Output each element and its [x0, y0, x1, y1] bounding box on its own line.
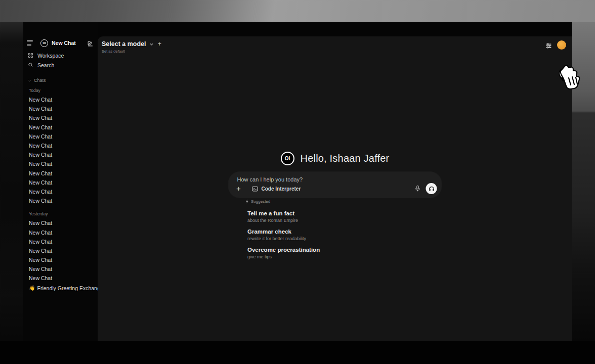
chat-list-item[interactable]: New Chat	[23, 187, 98, 196]
chat-list-item[interactable]: New Chat	[23, 150, 98, 159]
group-label-yesterday: Yesterday	[23, 205, 98, 218]
search-label: Search	[37, 62, 54, 68]
topbar: Select a model + Set as default	[98, 36, 572, 56]
chat-list-item[interactable]: New Chat	[23, 141, 98, 150]
group-label-today: Today	[23, 84, 98, 95]
model-selector-label: Select a model	[102, 40, 146, 48]
suggestion-list: Tell me a fun fact about the Roman Empir…	[245, 208, 412, 262]
suggestion-title: Tell me a fun fact	[247, 210, 412, 216]
chat-list-item[interactable]: New Chat	[23, 159, 98, 168]
chat-input-placeholder: How can I help you today?	[237, 176, 303, 183]
model-selector[interactable]: Select a model	[102, 40, 154, 48]
set-default-link[interactable]: Set as default	[102, 49, 125, 54]
workspace-grid-icon	[28, 53, 33, 58]
app-logo: OI	[281, 152, 294, 165]
named-chat-label: Friendly Greeting Exchange	[37, 285, 103, 291]
sidebar-header: OI New Chat	[23, 38, 98, 48]
add-model-button[interactable]: +	[158, 40, 162, 47]
sidebar-item-search[interactable]: Search	[23, 60, 98, 70]
greeting-text: Hello, Ishaan Jaffer	[301, 153, 390, 164]
suggestion-item[interactable]: Grammar check rewrite it for better read…	[245, 226, 412, 244]
chat-list-item[interactable]: New Chat	[23, 218, 98, 228]
chat-list-item[interactable]: New Chat	[23, 246, 98, 255]
backdrop-left	[0, 22, 23, 364]
sidebar-toggle-icon[interactable]	[27, 40, 34, 46]
greeting-row: OI Hello, Ishaan Jaffer	[98, 152, 572, 165]
suggestion-title: Grammar check	[247, 229, 412, 235]
sidebar-title: New Chat	[52, 40, 87, 46]
chat-list-item[interactable]: New Chat	[23, 178, 98, 187]
main-panel: Select a model + Set as default	[98, 22, 572, 341]
chat-list-item[interactable]: New Chat	[23, 123, 98, 132]
chat-list-item[interactable]: New Chat	[23, 196, 98, 205]
sidebar-item-workspace[interactable]: Workspace	[23, 51, 98, 60]
chat-input-actions: + Code Interpreter	[229, 183, 442, 194]
app-logo: OI	[40, 39, 48, 47]
new-chat-icon[interactable]	[87, 40, 94, 47]
workspace-label: Workspace	[37, 53, 64, 59]
chat-list-item[interactable]: New Chat	[23, 274, 98, 283]
chat-list-yesterday: New ChatNew ChatNew ChatNew ChatNew Chat…	[23, 218, 98, 283]
chat-input-box[interactable]: How can I help you today? + Code Interpr…	[229, 172, 442, 198]
suggestion-title: Overcome procrastination	[247, 247, 412, 253]
backdrop-top	[0, 0, 595, 22]
chat-list-item[interactable]: New Chat	[23, 228, 98, 237]
bolt-icon	[245, 199, 249, 204]
headphones-icon	[428, 186, 435, 192]
controls-sliders-icon[interactable]	[545, 42, 552, 49]
search-icon	[28, 62, 33, 68]
chat-list-item[interactable]: New Chat	[23, 264, 98, 274]
sidebar: OI New Chat Workspace Se	[23, 22, 98, 341]
chat-list-today: New ChatNew ChatNew ChatNew ChatNew Chat…	[23, 95, 98, 205]
screen: OI New Chat Workspace Se	[0, 0, 595, 364]
chat-list-item[interactable]: New Chat	[23, 169, 98, 178]
chat-list-item[interactable]: New Chat	[23, 113, 98, 122]
topbar-right	[545, 40, 566, 50]
microphone-icon[interactable]	[414, 185, 421, 193]
chat-list-item[interactable]: New Chat	[23, 132, 98, 141]
suggestion-subtitle: give me tips	[247, 254, 412, 259]
chats-section-header[interactable]: Chats	[23, 77, 98, 84]
chats-section-label: Chats	[34, 78, 46, 83]
chevron-down-icon	[28, 79, 31, 82]
chat-list-item[interactable]: New Chat	[23, 255, 98, 264]
code-interpreter-label: Code Interpreter	[262, 186, 301, 192]
attach-plus-button[interactable]: +	[235, 185, 243, 193]
suggestions-section: Suggested Tell me a fun fact about the R…	[245, 199, 412, 262]
suggestion-item[interactable]: Overcome procrastination give me tips	[245, 244, 412, 262]
terminal-icon	[252, 186, 259, 192]
backdrop-bottom	[0, 341, 595, 364]
wave-emoji-icon: 👋	[29, 285, 35, 291]
user-avatar[interactable]	[557, 40, 566, 50]
suggested-header: Suggested	[245, 199, 412, 204]
chevron-down-icon	[149, 42, 154, 47]
chat-list-item-named[interactable]: 👋 Friendly Greeting Exchange	[23, 284, 98, 293]
chat-list-item[interactable]: New Chat	[23, 104, 98, 113]
chat-list-item[interactable]: New Chat	[23, 95, 98, 104]
suggested-label: Suggested	[251, 199, 270, 204]
backdrop-right	[572, 22, 595, 364]
code-interpreter-toggle[interactable]: Code Interpreter	[252, 186, 301, 192]
suggestion-item[interactable]: Tell me a fun fact about the Roman Empir…	[245, 208, 412, 226]
voice-call-button[interactable]	[426, 183, 437, 194]
suggestion-subtitle: rewrite it for better readability	[247, 236, 412, 241]
chat-list-item[interactable]: New Chat	[23, 237, 98, 246]
app-window: OI New Chat Workspace Se	[23, 22, 572, 341]
suggestion-subtitle: about the Roman Empire	[247, 218, 412, 223]
